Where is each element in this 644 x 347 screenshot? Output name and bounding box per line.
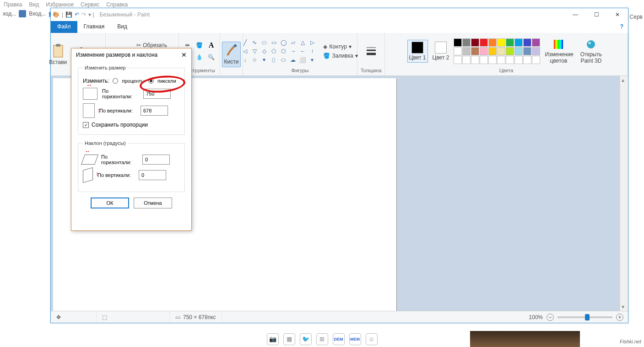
zoom-in[interactable]: + (616, 314, 623, 321)
tab-file[interactable]: Файл (51, 21, 77, 33)
palette-swatch[interactable] (488, 38, 497, 47)
share-dem[interactable]: DEM (333, 333, 345, 345)
size-button[interactable] (362, 44, 380, 59)
palette-swatch[interactable] (506, 38, 514, 47)
svg-rect-7 (554, 40, 563, 49)
ribbon-tabs: Файл Главная Вид ? (51, 21, 628, 33)
palette-swatch[interactable] (532, 38, 540, 47)
paint3d-button[interactable]: Открыть Paint 3D (577, 37, 605, 65)
minimize-button[interactable]: — (565, 8, 586, 21)
aspect-checkbox[interactable]: ✓Сохранить пропорции (83, 122, 180, 128)
palette-swatch[interactable] (471, 38, 479, 47)
resize-skew-dialog: Изменение размеров и наклона ✕ Изменить … (71, 48, 192, 231)
redo-icon[interactable]: ↷ (81, 11, 86, 18)
picker-tool[interactable]: 💧 (194, 52, 205, 63)
paste-button[interactable]: Встави (46, 43, 70, 66)
palette-swatch[interactable] (497, 47, 505, 55)
palette-swatch[interactable] (454, 47, 462, 55)
fill-tool[interactable]: 🪣 (194, 40, 205, 51)
fill-icon: 🪣 (323, 53, 330, 59)
statusbar: ✥ ⬚ ▭750 × 678пкс 100% − + (51, 311, 628, 323)
tab-view[interactable]: Вид (111, 21, 134, 33)
palette-swatch[interactable] (471, 56, 479, 64)
svg-point-8 (587, 40, 595, 48)
palette-swatch[interactable] (506, 47, 514, 55)
shape-fill[interactable]: 🪣Заливка▾ (321, 52, 359, 60)
color1[interactable]: Цвет 1 (407, 40, 428, 63)
resize-group: Изменить размер Изменить: проценты пиксе… (78, 65, 185, 135)
vert-resize-icon (83, 103, 95, 118)
ok-button[interactable]: ОК (91, 198, 129, 208)
palette-swatch[interactable] (454, 38, 462, 47)
undo-icon[interactable]: ↶ (75, 11, 79, 18)
skew-group: Наклон (градусы) ↔ По горизонтали: ↕ По … (78, 140, 185, 192)
serv-label: Серв (630, 14, 643, 20)
palette-swatch[interactable] (462, 38, 471, 47)
color2[interactable]: Цвет 2 (430, 41, 452, 62)
palette-swatch[interactable] (514, 47, 523, 55)
save-icon[interactable]: 💾 (65, 11, 72, 18)
palette-swatch[interactable] (454, 56, 462, 64)
dimensions-icon: ▭ (175, 314, 180, 320)
thumbnail-preview (470, 331, 580, 347)
palette-swatch[interactable] (506, 56, 514, 64)
shapes-gallery[interactable]: ╱∿⬭▭◯▱△▷ ◁▽◇⬠⬡→←↑ ↓☆✦⬯⬭☁⬜▾ (240, 38, 317, 64)
palette-swatch[interactable] (488, 56, 497, 64)
palette-swatch[interactable] (514, 38, 523, 47)
paint-icon: 🎨 (53, 11, 60, 18)
outline-icon: ◈ (323, 43, 327, 50)
tab-home[interactable]: Главная (77, 21, 111, 33)
share-grid[interactable]: ▦ (283, 333, 295, 345)
palette-swatch[interactable] (532, 47, 540, 55)
radio-percent[interactable] (113, 78, 118, 84)
palette-swatch[interactable] (532, 56, 540, 64)
share-smile[interactable]: ☺ (366, 333, 378, 345)
window-title: Безымянный - Paint (100, 11, 150, 18)
cursor-icon: ✥ (56, 314, 61, 320)
palette-swatch[interactable] (488, 47, 497, 55)
close-button[interactable]: ✕ (607, 8, 628, 21)
vertical-scrollbar[interactable]: ▴ ▾ (620, 76, 628, 311)
skew-vertical-input[interactable] (139, 170, 166, 180)
svg-rect-1 (56, 44, 60, 47)
shape-outline[interactable]: ◈Контур▾ (321, 43, 359, 51)
horiz-skew-icon (81, 155, 98, 165)
palette-swatch[interactable] (462, 47, 471, 55)
svg-rect-0 (54, 45, 63, 57)
resize-horizontal-input[interactable] (143, 89, 171, 99)
svg-point-3 (234, 44, 237, 47)
skew-horizontal-input[interactable] (142, 155, 170, 165)
brushes-button[interactable]: Кисти (222, 42, 241, 67)
cancel-button[interactable]: Отмена (134, 198, 172, 208)
mail-icon (19, 10, 26, 17)
edit-colors[interactable]: Изменение цветов (542, 37, 575, 65)
palette-swatch[interactable] (514, 56, 523, 64)
palette-swatch[interactable] (480, 38, 488, 47)
palette-swatch[interactable] (497, 56, 505, 64)
resize-vertical-input[interactable] (141, 106, 168, 116)
palette-swatch[interactable] (523, 56, 531, 64)
palette-swatch[interactable] (462, 56, 471, 64)
share-twitter[interactable]: 🐦 (300, 333, 312, 345)
share-mem[interactable]: MEM (349, 333, 361, 345)
palette-swatch[interactable] (471, 47, 479, 55)
palette-swatch[interactable] (480, 47, 488, 55)
svg-point-9 (588, 42, 591, 44)
palette-swatch[interactable] (523, 47, 531, 55)
share-box[interactable]: ⊞ (316, 333, 328, 345)
color-palette[interactable] (454, 38, 540, 64)
radio-pixels[interactable] (148, 78, 154, 84)
text-tool[interactable]: A (206, 40, 217, 51)
dialog-title: Изменение размеров и наклона (76, 52, 157, 58)
dialog-close[interactable]: ✕ (181, 51, 187, 59)
zoom-out[interactable]: − (547, 314, 554, 321)
palette-swatch[interactable] (497, 38, 505, 47)
zoom-slider[interactable] (557, 316, 612, 318)
selection-icon: ⬚ (102, 314, 107, 320)
palette-swatch[interactable] (523, 38, 531, 47)
zoom-tool[interactable]: 🔍 (206, 52, 217, 63)
maximize-button[interactable]: ☐ (586, 8, 607, 21)
palette-swatch[interactable] (480, 56, 488, 64)
share-camera[interactable]: 📷 (267, 333, 279, 345)
help-icon[interactable]: ? (616, 21, 628, 33)
